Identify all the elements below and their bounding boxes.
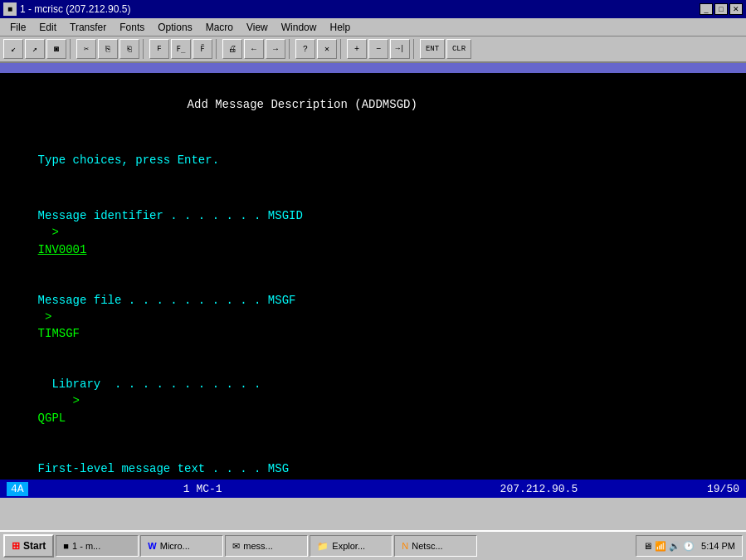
taskbar-label-1: Micro...	[160, 541, 190, 551]
taskbar-item-3[interactable]: 📁 Explor...	[310, 535, 393, 557]
toolbar-btn-tab[interactable]: →|	[390, 39, 410, 59]
menu-help[interactable]: Help	[323, 20, 357, 35]
prompt-line: Type choices, press Enter.	[10, 135, 736, 186]
terminal-screen[interactable]: Add Message Description (ADDMSGD) Type c…	[0, 73, 746, 480]
toolbar-btn-cut[interactable]: ✂	[76, 39, 96, 59]
terminal-status-bar: 4A 1 MC-1 207.212.90.5 19/50	[0, 480, 746, 498]
window-controls: _ □ ✕	[700, 3, 743, 15]
toolbar-btn-minus[interactable]: −	[368, 39, 388, 59]
menu-transfer[interactable]: Transfer	[63, 20, 113, 35]
start-icon: ⊞	[12, 540, 20, 552]
prompt-text: Type choices, press Enter.	[38, 153, 219, 167]
system-tray: 🖥 📶 🔊 🕐 5:14 PM	[636, 535, 743, 557]
field-msgid-line: Message identifier . . . . . . . MSGID >…	[10, 191, 736, 275]
close-button[interactable]: ✕	[729, 3, 743, 15]
toolbar-sep-4	[289, 39, 292, 59]
toolbar-btn-paste[interactable]: ⎗	[119, 39, 139, 59]
taskbar-icon-3: 📁	[317, 541, 329, 552]
toolbar-sep-1	[70, 39, 73, 59]
toolbar-btn-help[interactable]: ?	[295, 39, 315, 59]
toolbar-btn-print[interactable]: 🖨	[222, 39, 242, 59]
menu-view[interactable]: View	[240, 20, 275, 35]
taskbar-label-4: Netsc...	[412, 541, 442, 551]
toolbar-btn-clr[interactable]: CLR	[446, 39, 471, 59]
toolbar: ↙ ↗ ◙ ✂ ⎘ ⎗ F F̲ F̈ 🖨 ← → ? ✕ + − →| ENT…	[0, 37, 746, 63]
taskbar: ⊞ Start ■ 1 - m... W Micro... ✉ mess... …	[0, 530, 746, 560]
field-msgf-label: Message file . . . . . . . . . . MSGF	[38, 294, 303, 307]
tray-icons: 🖥 📶 🔊 🕐	[643, 541, 695, 552]
start-button[interactable]: ⊞ Start	[3, 534, 54, 558]
clock: 5:14 PM	[701, 541, 735, 551]
toolbar-btn-copy[interactable]: ⎘	[98, 39, 118, 59]
field-msg-label: First-level message text . . . . MSG	[38, 462, 296, 475]
toolbar-btn-back[interactable]: ←	[244, 39, 264, 59]
field-lib-value[interactable]: QGPL	[38, 411, 66, 425]
field-msgid-label: Message identifier . . . . . . . MSGID	[38, 209, 303, 222]
field-msg-arrow: >	[38, 479, 59, 480]
menu-edit[interactable]: Edit	[32, 20, 63, 35]
field-msgid-arrow: >	[38, 226, 66, 239]
field-msgf-arrow: >	[38, 310, 59, 324]
toolbar-btn-2[interactable]: ↗	[25, 39, 45, 59]
toolbar-btn-font1[interactable]: F	[149, 39, 169, 59]
status-position: 1 MC-1	[35, 483, 371, 495]
taskbar-label-2: mess...	[243, 541, 272, 551]
toolbar-sep-3	[216, 39, 219, 59]
taskbar-label-3: Explor...	[332, 541, 365, 551]
screen-title: Add Message Description (ADDMSGD)	[188, 98, 417, 111]
menu-options[interactable]: Options	[151, 20, 198, 35]
taskbar-icon-2: ✉	[232, 541, 240, 552]
toolbar-btn-stop[interactable]: ✕	[317, 39, 337, 59]
menu-bar: File Edit Transfer Fonts Options Macro V…	[0, 18, 746, 37]
toolbar-sep-6	[413, 39, 417, 59]
toolbar-btn-3[interactable]: ◙	[46, 39, 66, 59]
taskbar-icon-4: N	[402, 541, 408, 551]
status-host: 207.212.90.5	[371, 483, 707, 495]
toolbar-btn-ent[interactable]: ENT	[420, 39, 445, 59]
field-msg-line: First-level message text . . . . MSG > '…	[10, 443, 736, 480]
terminal-top-bar	[0, 63, 746, 73]
field-msgf-line: Message file . . . . . . . . . . MSGF > …	[10, 275, 736, 358]
field-msgid-value[interactable]: INV0001	[38, 243, 87, 256]
menu-macro[interactable]: Macro	[199, 20, 240, 35]
toolbar-btn-fwd[interactable]: →	[266, 39, 285, 59]
taskbar-label-0: 1 - m...	[72, 541, 100, 551]
field-msgf-value[interactable]: TIMSGF	[38, 327, 80, 340]
taskbar-icon-1: W	[148, 541, 156, 551]
field-lib-label: Library . . . . . . . . . . .	[38, 377, 275, 391]
minimize-button[interactable]: _	[700, 3, 713, 15]
toolbar-btn-plus[interactable]: +	[347, 39, 367, 59]
app-icon: ■	[3, 2, 17, 16]
title-bar: ■ 1 - mcrisc (207.212.90.5) _ □ ✕	[0, 0, 746, 18]
toolbar-sep-2	[143, 39, 146, 59]
maximize-button[interactable]: □	[714, 3, 728, 15]
status-indicator: 4A	[7, 482, 28, 496]
toolbar-btn-font2[interactable]: F̲	[171, 39, 191, 59]
taskbar-item-1[interactable]: W Micro...	[140, 535, 223, 557]
taskbar-item-0[interactable]: ■ 1 - m...	[56, 535, 139, 557]
start-label: Start	[23, 540, 46, 552]
toolbar-btn-font3[interactable]: F̈	[193, 39, 212, 59]
menu-fonts[interactable]: Fonts	[113, 20, 151, 35]
field-lib-line: Library . . . . . . . . . . . > QGPL	[10, 359, 736, 443]
window-title: 1 - mcrisc (207.212.90.5)	[20, 3, 130, 15]
taskbar-item-4[interactable]: N Netsc...	[394, 535, 477, 557]
screen-title-line: Add Message Description (ADDMSGD)	[10, 80, 736, 130]
field-lib-arrow: >	[38, 394, 87, 407]
taskbar-item-2[interactable]: ✉ mess...	[225, 535, 308, 557]
menu-window[interactable]: Window	[275, 20, 324, 35]
toolbar-btn-1[interactable]: ↙	[3, 39, 23, 59]
status-page: 19/50	[707, 483, 739, 495]
taskbar-icon-0: ■	[63, 541, 69, 551]
menu-file[interactable]: File	[3, 20, 32, 35]
toolbar-sep-5	[340, 39, 344, 59]
